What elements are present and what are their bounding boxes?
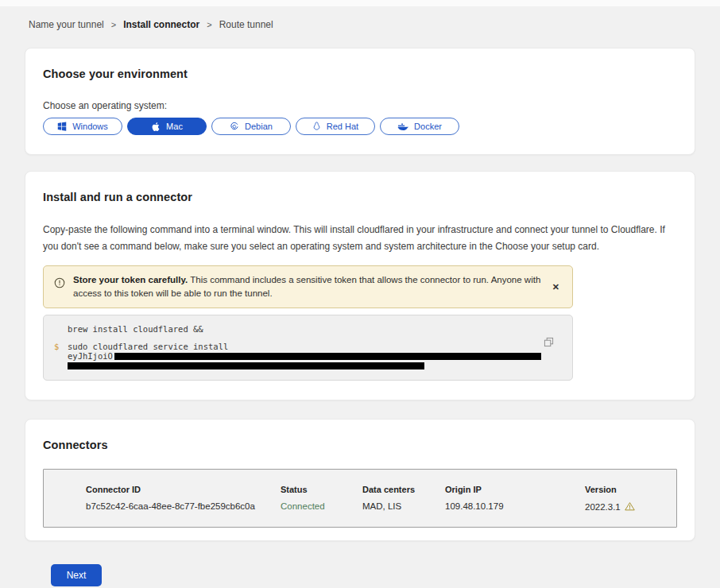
os-button-debian[interactable]: Debian	[211, 118, 291, 135]
token-warning-title: Store your token carefully.	[73, 275, 188, 284]
token-warning-text: Store your token carefully. This command…	[73, 273, 541, 300]
close-icon[interactable]: ✕	[549, 280, 563, 294]
column-header-data-centers: Data centers	[362, 485, 445, 494]
breadcrumb-step-install-connector[interactable]: Install connector	[123, 19, 199, 30]
token-warning-banner: Store your token carefully. This command…	[43, 265, 573, 308]
debian-icon	[230, 122, 239, 131]
os-button-label: Mac	[166, 122, 183, 131]
redacted-token-bar	[114, 353, 541, 360]
connectors-table-grid: Connector ID Status Data centers Origin …	[44, 470, 676, 527]
os-button-group: Windows Mac Debian Red Hat	[43, 118, 677, 135]
terminal-prompt: $	[54, 342, 68, 369]
os-button-windows[interactable]: Windows	[43, 118, 122, 135]
column-header-status: Status	[281, 485, 362, 494]
os-button-label: Docker	[414, 122, 442, 131]
docker-icon	[397, 122, 408, 131]
environment-card: Choose your environment Choose an operat…	[25, 48, 695, 155]
page-body: Choose your environment Choose an operat…	[0, 48, 720, 586]
token-prefix: eyJhIjoiO	[68, 352, 113, 361]
breadcrumb: Name your tunnel > Install connector > R…	[0, 6, 720, 30]
os-button-label: Red Hat	[327, 122, 358, 131]
apple-icon	[151, 122, 161, 132]
alert-circle-icon	[54, 277, 65, 292]
column-header-version: Version	[585, 485, 664, 494]
terminal-command-body: sudo cloudflared service install eyJhIjo…	[68, 342, 561, 369]
environment-card-title: Choose your environment	[43, 68, 677, 80]
top-strip	[0, 0, 720, 6]
install-card: Install and run a connector Copy-paste t…	[25, 171, 695, 400]
version-value: 2022.3.1	[585, 501, 664, 513]
footer: Next	[25, 541, 695, 586]
column-header-origin-ip: Origin IP	[445, 485, 585, 494]
terminal-command-row: $ sudo cloudflared service install eyJhI…	[54, 342, 561, 369]
version-number: 2022.3.1	[585, 502, 621, 512]
breadcrumb-separator: >	[111, 20, 116, 29]
redhat-icon	[312, 122, 321, 132]
redacted-token-bar	[68, 362, 424, 369]
breadcrumb-separator: >	[207, 20, 211, 29]
terminal-line-sudo: sudo cloudflared service install	[68, 342, 561, 351]
terminal-line-brew: brew install cloudflared &&	[68, 325, 561, 334]
install-description: Copy-paste the following command into a …	[43, 222, 675, 255]
os-button-label: Windows	[72, 122, 108, 131]
os-select-label: Choose an operating system:	[43, 100, 677, 111]
os-button-docker[interactable]: Docker	[380, 118, 459, 135]
os-button-label: Debian	[245, 122, 273, 131]
data-centers-value: MAD, LIS	[362, 501, 445, 513]
connectors-table: Connector ID Status Data centers Origin …	[43, 469, 677, 528]
warning-triangle-icon	[625, 501, 635, 513]
origin-ip-value: 109.48.10.179	[445, 501, 585, 513]
next-button[interactable]: Next	[51, 564, 102, 586]
status-badge: Connected	[281, 501, 362, 513]
os-button-mac[interactable]: Mac	[127, 118, 207, 135]
breadcrumb-step-route-tunnel[interactable]: Route tunnel	[219, 19, 273, 30]
terminal-token-line: eyJhIjoiO	[68, 352, 561, 361]
terminal-command-block: brew install cloudflared && $ sudo cloud…	[43, 315, 573, 381]
os-button-redhat[interactable]: Red Hat	[296, 118, 375, 135]
breadcrumb-step-name-tunnel[interactable]: Name your tunnel	[29, 19, 104, 30]
connector-id-value: b7c52c42-6caa-48ee-8c77-fbe259cb6c0a	[86, 501, 281, 513]
connectors-card: Connectors Connector ID Status Data cent…	[25, 419, 695, 541]
column-header-connector-id: Connector ID	[86, 485, 281, 494]
copy-icon[interactable]	[544, 337, 554, 350]
connectors-card-title: Connectors	[43, 439, 677, 451]
install-card-title: Install and run a connector	[43, 191, 677, 203]
windows-icon	[57, 122, 67, 131]
